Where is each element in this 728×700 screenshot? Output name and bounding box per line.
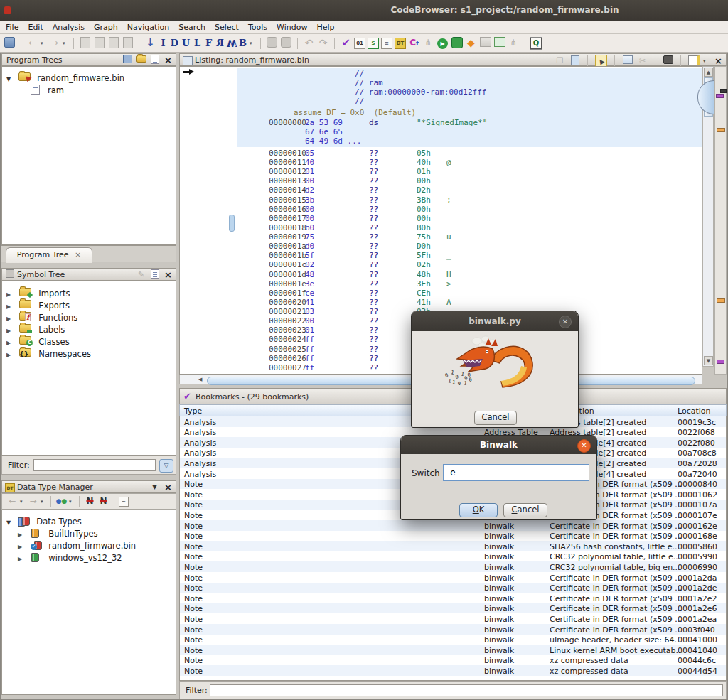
close-panel-icon[interactable]: × — [713, 55, 724, 66]
listing-comment[interactable]: // ram:00000000-ram:00d12fff — [355, 87, 486, 97]
export-icon[interactable] — [122, 37, 134, 49]
marker-purple[interactable] — [716, 94, 724, 98]
copy-icon[interactable]: ❐ — [555, 55, 565, 66]
listing-row[interactable]: 0000001d48??48hH — [180, 270, 702, 279]
toolbar-nav-r-icon[interactable]: R — [215, 38, 225, 48]
bookmark-row[interactable]: NotebinwalkCertificate in DER format (x5… — [180, 572, 727, 583]
menu-window[interactable]: Window — [277, 23, 307, 32]
expand-icon[interactable]: ▶ — [6, 352, 11, 358]
hierarchy-icon[interactable]: ⋔ — [508, 37, 520, 49]
expand-icon[interactable]: ▶ — [6, 328, 11, 334]
column-header-location[interactable]: Location — [678, 406, 711, 416]
save-icon[interactable] — [4, 37, 16, 49]
collapse-icon[interactable]: ▼ — [6, 519, 11, 526]
listing-row[interactable]: 0000001005??05h — [180, 149, 702, 158]
dtm-forward-icon[interactable]: → — [27, 495, 39, 507]
expand-icon[interactable]: ▶ — [6, 291, 11, 298]
edit-icon[interactable]: ✎ — [136, 269, 146, 280]
fields-panel-icon[interactable] — [688, 55, 699, 66]
table-icon[interactable] — [479, 37, 491, 49]
listing-row[interactable]: 0000002041??41hA — [180, 298, 702, 307]
redo-icon[interactable]: ↷ — [317, 37, 329, 49]
toolbar-nav-i-icon[interactable]: I — [159, 38, 168, 48]
expand-icon[interactable]: ▶ — [18, 544, 22, 550]
run-icon[interactable]: ▶ — [437, 37, 449, 49]
marker-orange[interactable] — [717, 298, 725, 303]
expand-icon[interactable]: ▶ — [18, 532, 22, 538]
menu-file[interactable]: File — [6, 23, 18, 32]
quick-launch-icon[interactable]: Q — [530, 38, 542, 49]
menu-edit[interactable]: Edit — [28, 23, 43, 32]
bookmark-row[interactable]: NotebinwalkCertificate in DER format (x5… — [180, 531, 727, 542]
filter-options-icon[interactable]: ▽ — [159, 459, 173, 473]
stamp-icon[interactable] — [266, 37, 278, 49]
toolbar-nav-d-icon[interactable]: D — [170, 38, 179, 48]
new-tree-icon[interactable] — [122, 55, 133, 65]
go-down-icon[interactable]: ↓ — [144, 37, 156, 49]
bookmark-row[interactable]: NotebinwalkCRC32 polynomial table, littl… — [180, 551, 727, 562]
listing-row[interactable]: 0000001975??75hu — [180, 232, 702, 242]
scroll-up-icon[interactable]: ▲ — [704, 68, 713, 77]
forward-dropdown-icon[interactable]: ▾ — [63, 41, 68, 46]
cursor-location-icon[interactable]: ▲ — [595, 55, 607, 67]
marker-orange[interactable] — [717, 128, 725, 132]
program-diff-icon[interactable] — [93, 37, 105, 49]
open-folder-icon[interactable] — [136, 55, 146, 65]
dialog-close-icon[interactable]: ✕ — [559, 316, 572, 328]
patch-icon[interactable] — [107, 37, 119, 49]
expand-icon[interactable]: ▶ — [6, 316, 11, 322]
window-titlebar[interactable]: CodeBrowser: s1_project:/random_firmware… — [0, 0, 728, 21]
bookmark-row[interactable]: Notebinwalkxz compressed data00044c6c — [180, 655, 727, 666]
dtm-layout-icon[interactable]: ●● — [55, 495, 68, 507]
bookmark-row[interactable]: NotebinwalkLinux kernel ARM boot executa… — [180, 645, 727, 655]
listing-row[interactable]: 00000014d2??D2h — [180, 185, 702, 195]
listing-row[interactable]: 00000018b0??B0h — [180, 223, 702, 232]
navigation-marker-margin[interactable] — [714, 66, 727, 375]
symbol-tree-filter-input[interactable] — [33, 459, 156, 471]
listing-row[interactable]: 0000001700??00h — [180, 214, 702, 223]
paste-icon[interactable] — [569, 55, 580, 66]
close-panel-icon[interactable]: × — [163, 482, 173, 492]
menu-help[interactable]: Help — [316, 23, 334, 32]
marker-purple[interactable] — [717, 360, 724, 364]
save-icon[interactable] — [149, 269, 160, 280]
toolbar-nav-u-icon[interactable]: U — [181, 38, 191, 48]
marker-black[interactable] — [720, 89, 727, 93]
listing-view-icon[interactable]: ≡ — [381, 38, 392, 49]
undo-icon[interactable]: ↶ — [303, 37, 315, 49]
byte-viewer-icon[interactable]: 01 — [354, 38, 365, 49]
listing-header[interactable]: Listing: random_firmware.bin ❐ ▲ ✂ ▾ × — [179, 53, 727, 66]
margin-scroll-thumb[interactable] — [229, 215, 235, 232]
bookmark-row[interactable]: NotebinwalkCertificate in DER format (x5… — [180, 520, 727, 531]
symbol-tree-item-namespaces[interactable]: ▶ {} Namespaces — [6, 346, 91, 360]
toolbar-nav-l-icon[interactable]: L — [193, 38, 202, 48]
listing-row[interactable]: 0000001ad0??D0h — [180, 242, 702, 251]
bookmark-row[interactable]: NotebinwalkCertificate in DER format (x5… — [180, 583, 727, 593]
bookmark-row[interactable]: NotebinwalkuImage header, header size: 6… — [180, 635, 727, 645]
bookmarks-filter-input[interactable] — [210, 684, 723, 696]
listing-row[interactable]: 0000001fce??CEh — [180, 289, 702, 298]
dtm-header[interactable]: DT Data Type Manager ▼ × — [1, 480, 176, 493]
dtm-node-windows-archive[interactable]: ▶ windows_vs12_32 — [18, 550, 122, 564]
listing-row[interactable]: 0000001140??40h@ — [180, 158, 702, 167]
listing-row[interactable]: 0000001b5f??5Fh_ — [180, 251, 702, 260]
scroll-down-icon[interactable]: ▼ — [704, 356, 713, 365]
toolbar-nav-f-icon[interactable]: F — [204, 38, 213, 48]
bookmark-row[interactable]: NotebinwalkCRC32 polynomial table, big e… — [180, 561, 727, 572]
dialog-titlebar[interactable]: binwalk.py ✕ — [412, 311, 578, 331]
back-dropdown-icon[interactable]: ▾ — [41, 41, 46, 46]
listing-assume[interactable]: assume DF = 0x0 (Default) — [294, 108, 416, 117]
data-type-manager-icon[interactable]: DT — [395, 38, 406, 49]
bookmark-row[interactable]: NotebinwalkCertificate in DER format (x5… — [180, 624, 727, 635]
menu-select[interactable]: Select — [215, 23, 239, 32]
ok-button[interactable]: OK — [459, 503, 498, 517]
save-tree-icon[interactable] — [149, 55, 160, 65]
collapse-all-icon[interactable]: − — [119, 497, 129, 507]
listing-comment[interactable]: // ram — [355, 78, 383, 87]
menu-graph[interactable]: Graph — [94, 23, 118, 32]
debugger-icon[interactable] — [451, 37, 463, 49]
column-header-type[interactable]: Type — [184, 406, 202, 416]
memory-map-icon[interactable] — [79, 37, 91, 49]
filter-arrays-icon[interactable]: N — [84, 495, 96, 507]
tab-close-icon[interactable]: × — [75, 250, 81, 259]
